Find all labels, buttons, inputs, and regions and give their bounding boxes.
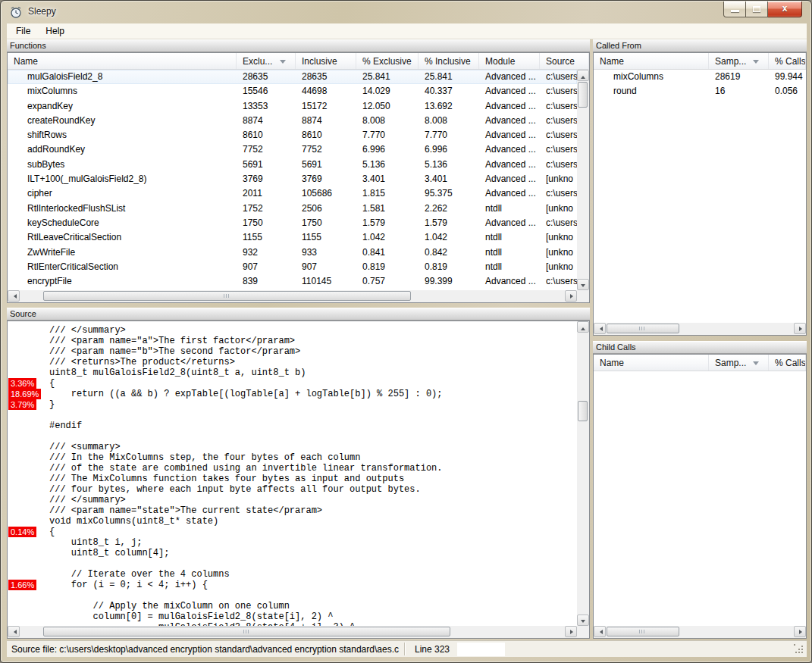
source-vertical-scrollbar[interactable] — [577, 321, 589, 626]
cell-module: Advanced ... — [479, 84, 540, 99]
source-line — [8, 590, 577, 601]
functions-table-row[interactable]: encryptFile 839 110145 0.757 99.399 Adva… — [8, 274, 577, 289]
functions-table-row[interactable]: keyScheduleCore 1750 1750 1.579 1.579 Ad… — [8, 216, 577, 230]
scroll-thumb[interactable] — [43, 291, 411, 301]
functions-table-row[interactable]: ILT+100(_mulGaloisField2_8) 3769 3769 3.… — [8, 172, 577, 186]
title-bar[interactable]: Sleepy x — [1, 1, 811, 23]
functions-table-row[interactable]: RtlInterlockedFlushSList 1752 2506 1.581… — [8, 202, 577, 216]
cell-pct-exclusive: 0.841 — [356, 245, 419, 260]
functions-table-row[interactable]: mulGaloisField2_8 28635 28635 25.841 25.… — [8, 70, 577, 84]
functions-vertical-scrollbar[interactable] — [577, 70, 589, 290]
cell-pct-inclusive: 5.136 — [419, 158, 479, 172]
column-header-name[interactable]: Name — [594, 355, 709, 371]
cell-name: keyScheduleCore — [8, 216, 237, 230]
functions-table-row[interactable]: RtlEnterCriticalSection 907 907 0.819 0.… — [8, 260, 577, 274]
functions-table-row[interactable]: expandKey 13353 15172 12.050 13.692 Adva… — [8, 99, 577, 114]
cell-pct-exclusive: 1.042 — [356, 230, 419, 245]
column-header-name[interactable]: Name — [8, 53, 237, 69]
cell-pct-inclusive: 8.008 — [419, 114, 479, 128]
cell-exclusive: 932 — [237, 245, 296, 260]
functions-table-row[interactable]: RtlLeaveCriticalSection 1155 1155 1.042 … — [8, 230, 577, 245]
source-line: uint8_t i, j; — [8, 537, 577, 548]
functions-table-row[interactable]: mixColumns 15546 44698 14.029 40.337 Adv… — [8, 84, 577, 99]
scroll-thumb[interactable] — [607, 627, 679, 636]
cell-name: addRoundKey — [8, 142, 237, 157]
functions-table-row[interactable]: shiftRows 8610 8610 7.770 7.770 Advanced… — [8, 128, 577, 142]
source-line — [8, 558, 577, 569]
cell-module: Advanced ... — [479, 114, 540, 128]
cell-pct-exclusive: 3.401 — [356, 172, 419, 186]
functions-table-row[interactable]: subBytes 5691 5691 5.136 5.136 Advanced … — [8, 158, 577, 172]
source-line-text: void mixColumns(uint8_t* state) — [49, 516, 218, 527]
cell-name: round — [594, 84, 709, 99]
cell-pct-exclusive: 8.008 — [356, 114, 419, 128]
close-icon: x — [768, 3, 801, 14]
scroll-thumb[interactable] — [607, 324, 679, 333]
childcalls-horizontal-scrollbar[interactable] — [594, 626, 806, 638]
maximize-icon — [753, 6, 760, 12]
column-header-source[interactable]: Source — [540, 53, 589, 69]
app-icon — [10, 6, 22, 18]
source-line: 3.79%} — [8, 399, 577, 410]
hot-percentage-badge: 0.14% — [8, 527, 36, 537]
source-line: /// </summary> — [8, 325, 577, 336]
source-horizontal-scrollbar[interactable] — [8, 626, 577, 638]
cell-module: Advanced ... — [479, 158, 540, 172]
cell-source: c:\users — [540, 114, 577, 128]
source-line-text: /// <param name="a">The first factor</pr… — [49, 336, 295, 346]
cell-exclusive: 907 — [237, 260, 296, 274]
source-line: /// <returns>The product</returns> — [8, 357, 577, 367]
calls-table-row[interactable]: round 16 0.056 — [594, 84, 806, 99]
column-header-exclusive[interactable]: Exclu... — [237, 53, 296, 69]
column-header-pct-calls[interactable]: % Calls — [769, 355, 806, 371]
cell-inclusive: 1750 — [296, 216, 356, 230]
cell-pct-calls: 0.056 — [769, 84, 806, 99]
column-header-pct-calls[interactable]: % Calls — [769, 53, 806, 69]
cell-source: c:\users — [540, 274, 577, 289]
sort-desc-icon — [753, 60, 759, 67]
source-line-text: uint8_t column[4]; — [49, 548, 169, 558]
menu-file[interactable]: File — [10, 24, 36, 38]
cell-module: ntdll — [479, 202, 540, 216]
calls-table-row[interactable]: mixColumns 28619 99.944 — [594, 70, 806, 84]
source-line: /// <param name="b">The second factor</p… — [8, 346, 577, 357]
scroll-thumb[interactable] — [578, 401, 588, 421]
column-header-pct-inclusive[interactable]: % Inclusive — [419, 53, 479, 69]
cell-name: cipher — [8, 186, 237, 201]
source-line-text: #endif — [49, 421, 82, 431]
functions-table-row[interactable]: cipher 2011 105686 1.815 95.375 Advanced… — [8, 186, 577, 201]
cell-pct-exclusive: 1.581 — [356, 202, 419, 216]
scroll-down-icon — [581, 620, 585, 625]
close-button[interactable]: x — [768, 2, 802, 17]
functions-table-row[interactable]: addRoundKey 7752 7752 6.996 6.996 Advanc… — [8, 142, 577, 157]
minimize-button[interactable] — [723, 2, 746, 17]
column-header-inclusive[interactable]: Inclusive — [296, 53, 356, 69]
column-header-name[interactable]: Name — [594, 53, 709, 69]
scroll-thumb[interactable] — [43, 627, 450, 636]
cell-exclusive: 8874 — [237, 114, 296, 128]
functions-rows: mulGaloisField2_8 28635 28635 25.841 25.… — [8, 70, 577, 290]
source-line: 1.66% for (i = 0; i < 4; i++) { — [8, 580, 577, 590]
menu-help[interactable]: Help — [39, 24, 71, 38]
source-line-text: /// </summary> — [49, 495, 126, 505]
resize-grip-icon[interactable] — [794, 644, 804, 654]
column-header-samples[interactable]: Samp... — [709, 355, 769, 371]
cell-name: subBytes — [8, 158, 237, 172]
column-header-pct-exclusive[interactable]: % Exclusive — [356, 53, 419, 69]
source-view: /// </summary>/// <param name="a">The fi… — [7, 321, 590, 639]
scroll-thumb[interactable] — [578, 82, 588, 108]
source-line-text: /// <summary> — [49, 442, 121, 452]
cell-module: Advanced ... — [479, 70, 540, 84]
column-header-samples[interactable]: Samp... — [709, 53, 769, 69]
scroll-left-icon — [597, 327, 603, 331]
functions-table-row[interactable]: ZwWriteFile 932 933 0.841 0.842 ntdll [u… — [8, 245, 577, 260]
functions-horizontal-scrollbar[interactable] — [8, 290, 577, 302]
column-header-module[interactable]: Module — [479, 53, 540, 69]
cell-pct-exclusive: 7.770 — [356, 128, 419, 142]
cell-exclusive: 1752 — [237, 202, 296, 216]
functions-table-row[interactable]: createRoundKey 8874 8874 8.008 8.008 Adv… — [8, 114, 577, 128]
source-line: // Apply the mixColumn on one column — [8, 601, 577, 611]
calledfrom-horizontal-scrollbar[interactable] — [594, 323, 806, 335]
cell-source: c:\users — [540, 186, 577, 201]
maximize-button[interactable] — [746, 2, 768, 17]
